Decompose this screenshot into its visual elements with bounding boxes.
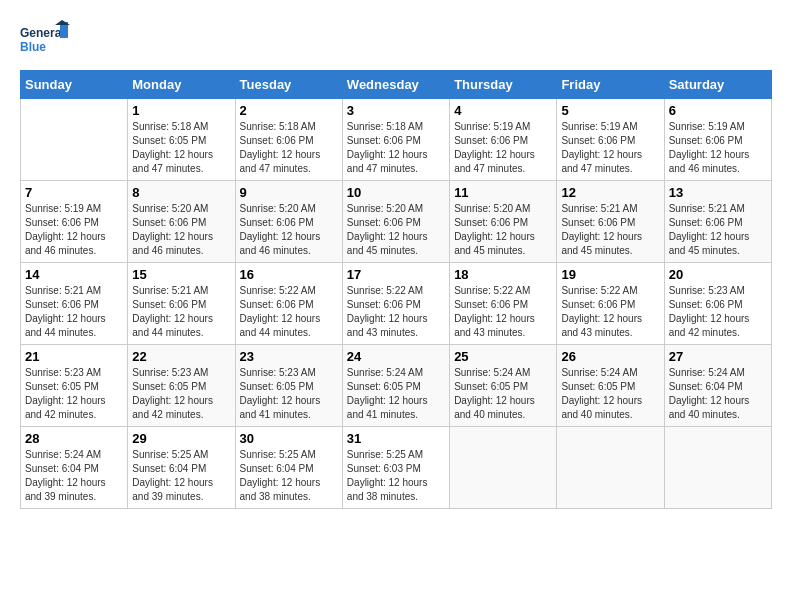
day-info: Sunrise: 5:21 AM Sunset: 6:06 PM Dayligh…: [25, 284, 123, 340]
calendar-cell: 26Sunrise: 5:24 AM Sunset: 6:05 PM Dayli…: [557, 345, 664, 427]
day-number: 30: [240, 431, 338, 446]
logo: General Blue: [20, 20, 70, 60]
day-info: Sunrise: 5:24 AM Sunset: 6:05 PM Dayligh…: [561, 366, 659, 422]
day-number: 3: [347, 103, 445, 118]
day-info: Sunrise: 5:19 AM Sunset: 6:06 PM Dayligh…: [561, 120, 659, 176]
day-info: Sunrise: 5:18 AM Sunset: 6:05 PM Dayligh…: [132, 120, 230, 176]
day-number: 28: [25, 431, 123, 446]
day-info: Sunrise: 5:22 AM Sunset: 6:06 PM Dayligh…: [240, 284, 338, 340]
calendar-cell: [21, 99, 128, 181]
day-info: Sunrise: 5:24 AM Sunset: 6:05 PM Dayligh…: [454, 366, 552, 422]
day-number: 9: [240, 185, 338, 200]
day-number: 8: [132, 185, 230, 200]
day-number: 23: [240, 349, 338, 364]
calendar-cell: 22Sunrise: 5:23 AM Sunset: 6:05 PM Dayli…: [128, 345, 235, 427]
calendar-table: SundayMondayTuesdayWednesdayThursdayFrid…: [20, 70, 772, 509]
calendar-cell: 18Sunrise: 5:22 AM Sunset: 6:06 PM Dayli…: [450, 263, 557, 345]
calendar-cell: 4Sunrise: 5:19 AM Sunset: 6:06 PM Daylig…: [450, 99, 557, 181]
column-header-monday: Monday: [128, 71, 235, 99]
day-info: Sunrise: 5:23 AM Sunset: 6:05 PM Dayligh…: [25, 366, 123, 422]
day-info: Sunrise: 5:24 AM Sunset: 6:04 PM Dayligh…: [25, 448, 123, 504]
day-number: 5: [561, 103, 659, 118]
calendar-cell: 20Sunrise: 5:23 AM Sunset: 6:06 PM Dayli…: [664, 263, 771, 345]
calendar-cell: 6Sunrise: 5:19 AM Sunset: 6:06 PM Daylig…: [664, 99, 771, 181]
day-info: Sunrise: 5:23 AM Sunset: 6:06 PM Dayligh…: [669, 284, 767, 340]
day-info: Sunrise: 5:19 AM Sunset: 6:06 PM Dayligh…: [454, 120, 552, 176]
day-number: 1: [132, 103, 230, 118]
calendar-week-row: 1Sunrise: 5:18 AM Sunset: 6:05 PM Daylig…: [21, 99, 772, 181]
day-info: Sunrise: 5:21 AM Sunset: 6:06 PM Dayligh…: [561, 202, 659, 258]
svg-text:Blue: Blue: [20, 40, 46, 54]
column-header-friday: Friday: [557, 71, 664, 99]
day-number: 16: [240, 267, 338, 282]
calendar-cell: 1Sunrise: 5:18 AM Sunset: 6:05 PM Daylig…: [128, 99, 235, 181]
day-number: 10: [347, 185, 445, 200]
day-info: Sunrise: 5:22 AM Sunset: 6:06 PM Dayligh…: [347, 284, 445, 340]
day-number: 26: [561, 349, 659, 364]
day-number: 29: [132, 431, 230, 446]
calendar-week-row: 14Sunrise: 5:21 AM Sunset: 6:06 PM Dayli…: [21, 263, 772, 345]
calendar-cell: 10Sunrise: 5:20 AM Sunset: 6:06 PM Dayli…: [342, 181, 449, 263]
calendar-cell: 8Sunrise: 5:20 AM Sunset: 6:06 PM Daylig…: [128, 181, 235, 263]
day-info: Sunrise: 5:25 AM Sunset: 6:03 PM Dayligh…: [347, 448, 445, 504]
calendar-week-row: 7Sunrise: 5:19 AM Sunset: 6:06 PM Daylig…: [21, 181, 772, 263]
calendar-cell: 29Sunrise: 5:25 AM Sunset: 6:04 PM Dayli…: [128, 427, 235, 509]
day-info: Sunrise: 5:21 AM Sunset: 6:06 PM Dayligh…: [669, 202, 767, 258]
calendar-cell: 19Sunrise: 5:22 AM Sunset: 6:06 PM Dayli…: [557, 263, 664, 345]
day-number: 17: [347, 267, 445, 282]
calendar-cell: 27Sunrise: 5:24 AM Sunset: 6:04 PM Dayli…: [664, 345, 771, 427]
day-number: 2: [240, 103, 338, 118]
day-number: 25: [454, 349, 552, 364]
day-info: Sunrise: 5:20 AM Sunset: 6:06 PM Dayligh…: [454, 202, 552, 258]
calendar-week-row: 28Sunrise: 5:24 AM Sunset: 6:04 PM Dayli…: [21, 427, 772, 509]
day-number: 24: [347, 349, 445, 364]
column-header-saturday: Saturday: [664, 71, 771, 99]
day-number: 7: [25, 185, 123, 200]
day-number: 11: [454, 185, 552, 200]
page-header: General Blue: [20, 20, 772, 60]
day-number: 31: [347, 431, 445, 446]
day-info: Sunrise: 5:24 AM Sunset: 6:04 PM Dayligh…: [669, 366, 767, 422]
day-info: Sunrise: 5:25 AM Sunset: 6:04 PM Dayligh…: [132, 448, 230, 504]
calendar-header-row: SundayMondayTuesdayWednesdayThursdayFrid…: [21, 71, 772, 99]
day-info: Sunrise: 5:22 AM Sunset: 6:06 PM Dayligh…: [561, 284, 659, 340]
day-number: 18: [454, 267, 552, 282]
calendar-cell: 16Sunrise: 5:22 AM Sunset: 6:06 PM Dayli…: [235, 263, 342, 345]
day-info: Sunrise: 5:20 AM Sunset: 6:06 PM Dayligh…: [240, 202, 338, 258]
column-header-thursday: Thursday: [450, 71, 557, 99]
column-header-tuesday: Tuesday: [235, 71, 342, 99]
day-number: 4: [454, 103, 552, 118]
calendar-cell: 13Sunrise: 5:21 AM Sunset: 6:06 PM Dayli…: [664, 181, 771, 263]
calendar-week-row: 21Sunrise: 5:23 AM Sunset: 6:05 PM Dayli…: [21, 345, 772, 427]
day-number: 12: [561, 185, 659, 200]
day-info: Sunrise: 5:23 AM Sunset: 6:05 PM Dayligh…: [240, 366, 338, 422]
calendar-cell: 28Sunrise: 5:24 AM Sunset: 6:04 PM Dayli…: [21, 427, 128, 509]
day-number: 6: [669, 103, 767, 118]
day-info: Sunrise: 5:24 AM Sunset: 6:05 PM Dayligh…: [347, 366, 445, 422]
calendar-cell: 5Sunrise: 5:19 AM Sunset: 6:06 PM Daylig…: [557, 99, 664, 181]
day-number: 21: [25, 349, 123, 364]
calendar-cell: 24Sunrise: 5:24 AM Sunset: 6:05 PM Dayli…: [342, 345, 449, 427]
calendar-cell: 14Sunrise: 5:21 AM Sunset: 6:06 PM Dayli…: [21, 263, 128, 345]
calendar-cell: [664, 427, 771, 509]
day-info: Sunrise: 5:18 AM Sunset: 6:06 PM Dayligh…: [240, 120, 338, 176]
calendar-cell: 23Sunrise: 5:23 AM Sunset: 6:05 PM Dayli…: [235, 345, 342, 427]
day-number: 13: [669, 185, 767, 200]
calendar-cell: [450, 427, 557, 509]
day-number: 14: [25, 267, 123, 282]
column-header-wednesday: Wednesday: [342, 71, 449, 99]
calendar-cell: 25Sunrise: 5:24 AM Sunset: 6:05 PM Dayli…: [450, 345, 557, 427]
calendar-cell: 7Sunrise: 5:19 AM Sunset: 6:06 PM Daylig…: [21, 181, 128, 263]
day-info: Sunrise: 5:19 AM Sunset: 6:06 PM Dayligh…: [25, 202, 123, 258]
day-number: 22: [132, 349, 230, 364]
day-info: Sunrise: 5:22 AM Sunset: 6:06 PM Dayligh…: [454, 284, 552, 340]
calendar-cell: 11Sunrise: 5:20 AM Sunset: 6:06 PM Dayli…: [450, 181, 557, 263]
day-info: Sunrise: 5:18 AM Sunset: 6:06 PM Dayligh…: [347, 120, 445, 176]
svg-text:General: General: [20, 26, 65, 40]
day-number: 19: [561, 267, 659, 282]
day-number: 20: [669, 267, 767, 282]
calendar-cell: 9Sunrise: 5:20 AM Sunset: 6:06 PM Daylig…: [235, 181, 342, 263]
calendar-cell: 31Sunrise: 5:25 AM Sunset: 6:03 PM Dayli…: [342, 427, 449, 509]
day-info: Sunrise: 5:23 AM Sunset: 6:05 PM Dayligh…: [132, 366, 230, 422]
calendar-cell: 21Sunrise: 5:23 AM Sunset: 6:05 PM Dayli…: [21, 345, 128, 427]
